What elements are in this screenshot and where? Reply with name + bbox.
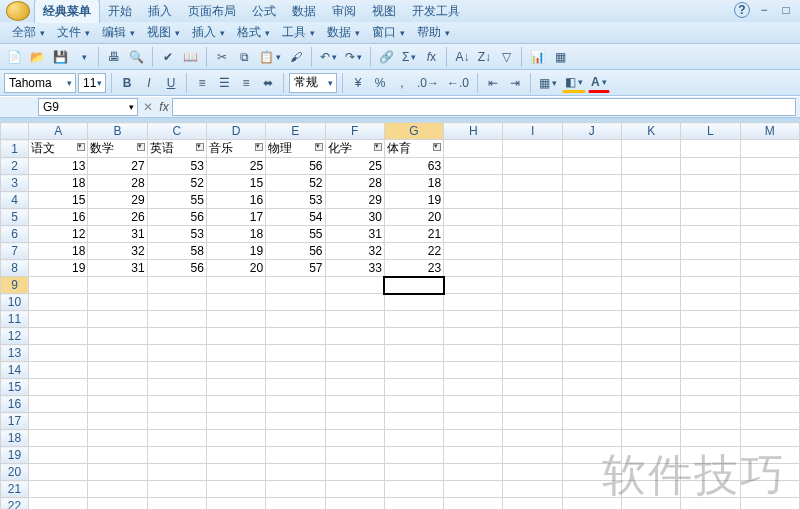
cell-L4[interactable] (681, 192, 740, 209)
cell-K14[interactable] (622, 362, 681, 379)
cell-D1[interactable]: 音乐 (206, 140, 265, 158)
cell-G1[interactable]: 体育 (384, 140, 443, 158)
cell-G20[interactable] (384, 464, 443, 481)
cell-E17[interactable] (266, 413, 325, 430)
cell-H7[interactable] (444, 243, 503, 260)
cell-I16[interactable] (503, 396, 562, 413)
cell-J22[interactable] (562, 498, 621, 510)
cell-M12[interactable] (740, 328, 799, 345)
cell-B10[interactable] (88, 294, 147, 311)
cell-L2[interactable] (681, 158, 740, 175)
cell-A11[interactable] (29, 311, 88, 328)
cell-J15[interactable] (562, 379, 621, 396)
cell-I5[interactable] (503, 209, 562, 226)
cell-L19[interactable] (681, 447, 740, 464)
italic-icon[interactable]: I (139, 73, 159, 93)
cell-I20[interactable] (503, 464, 562, 481)
cell-E11[interactable] (266, 311, 325, 328)
cell-G5[interactable]: 20 (384, 209, 443, 226)
cell-I6[interactable] (503, 226, 562, 243)
cell-K10[interactable] (622, 294, 681, 311)
cell-E12[interactable] (266, 328, 325, 345)
cell-J11[interactable] (562, 311, 621, 328)
cell-D4[interactable]: 16 (206, 192, 265, 209)
chart-icon[interactable]: 📊 (527, 47, 548, 67)
cell-M22[interactable] (740, 498, 799, 510)
cell-L20[interactable] (681, 464, 740, 481)
cell-C9[interactable] (147, 277, 206, 294)
cell-M5[interactable] (740, 209, 799, 226)
cell-K16[interactable] (622, 396, 681, 413)
cell-G7[interactable]: 22 (384, 243, 443, 260)
cell-C12[interactable] (147, 328, 206, 345)
ribbon-tab-classic[interactable]: 经典菜单 (34, 0, 100, 23)
name-box[interactable]: G9 (38, 98, 138, 116)
cell-E20[interactable] (266, 464, 325, 481)
copy-icon[interactable]: ⧉ (234, 47, 254, 67)
row-header-5[interactable]: 5 (1, 209, 29, 226)
cell-B12[interactable] (88, 328, 147, 345)
cell-J13[interactable] (562, 345, 621, 362)
cell-J7[interactable] (562, 243, 621, 260)
filter-dropdown-icon[interactable] (315, 143, 323, 151)
menu-all[interactable]: 全部 (6, 22, 51, 43)
ribbon-tab-dev[interactable]: 开发工具 (404, 0, 468, 23)
restore-icon[interactable]: □ (778, 2, 794, 18)
row-header-6[interactable]: 6 (1, 226, 29, 243)
cell-F3[interactable]: 28 (325, 175, 384, 192)
col-header-M[interactable]: M (740, 123, 799, 140)
cell-L21[interactable] (681, 481, 740, 498)
cell-J16[interactable] (562, 396, 621, 413)
filter-dropdown-icon[interactable] (255, 143, 263, 151)
save-icon[interactable]: 💾 (50, 47, 71, 67)
cell-I8[interactable] (503, 260, 562, 277)
cell-J1[interactable] (562, 140, 621, 158)
cell-M10[interactable] (740, 294, 799, 311)
cell-M8[interactable] (740, 260, 799, 277)
cell-F2[interactable]: 25 (325, 158, 384, 175)
borders-icon[interactable]: ▦ (536, 73, 560, 93)
cell-M19[interactable] (740, 447, 799, 464)
cell-H19[interactable] (444, 447, 503, 464)
cell-G14[interactable] (384, 362, 443, 379)
cell-H14[interactable] (444, 362, 503, 379)
hyperlink-icon[interactable]: 🔗 (376, 47, 397, 67)
row-header-8[interactable]: 8 (1, 260, 29, 277)
cell-A15[interactable] (29, 379, 88, 396)
cell-G22[interactable] (384, 498, 443, 510)
cell-B2[interactable]: 27 (88, 158, 147, 175)
cell-C3[interactable]: 52 (147, 175, 206, 192)
cell-I21[interactable] (503, 481, 562, 498)
row-header-15[interactable]: 15 (1, 379, 29, 396)
cell-G4[interactable]: 19 (384, 192, 443, 209)
row-header-1[interactable]: 1 (1, 140, 29, 158)
row-header-14[interactable]: 14 (1, 362, 29, 379)
row-header-19[interactable]: 19 (1, 447, 29, 464)
cell-K3[interactable] (622, 175, 681, 192)
cell-L3[interactable] (681, 175, 740, 192)
col-header-E[interactable]: E (266, 123, 325, 140)
cell-L16[interactable] (681, 396, 740, 413)
cell-I17[interactable] (503, 413, 562, 430)
cell-F17[interactable] (325, 413, 384, 430)
cancel-icon[interactable]: ✕ (140, 100, 156, 114)
cell-G11[interactable] (384, 311, 443, 328)
cell-K13[interactable] (622, 345, 681, 362)
cell-style-select[interactable]: 常规 (289, 73, 337, 93)
row-header-22[interactable]: 22 (1, 498, 29, 510)
row-header-2[interactable]: 2 (1, 158, 29, 175)
cell-D8[interactable]: 20 (206, 260, 265, 277)
cell-B5[interactable]: 26 (88, 209, 147, 226)
cell-J8[interactable] (562, 260, 621, 277)
col-header-H[interactable]: H (444, 123, 503, 140)
cell-D10[interactable] (206, 294, 265, 311)
cell-H18[interactable] (444, 430, 503, 447)
cell-H16[interactable] (444, 396, 503, 413)
cell-G9[interactable] (384, 277, 443, 294)
cell-A18[interactable] (29, 430, 88, 447)
cell-D17[interactable] (206, 413, 265, 430)
align-right-icon[interactable]: ≡ (236, 73, 256, 93)
menu-file[interactable]: 文件 (51, 22, 96, 43)
cell-K22[interactable] (622, 498, 681, 510)
cell-J3[interactable] (562, 175, 621, 192)
